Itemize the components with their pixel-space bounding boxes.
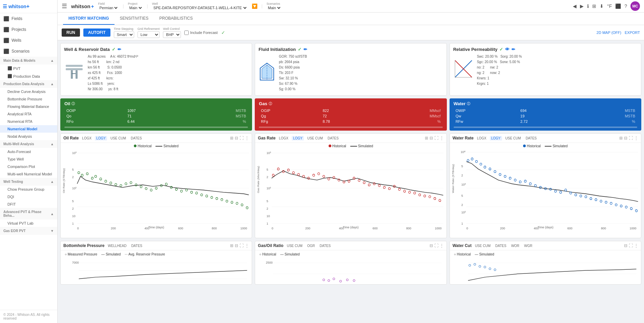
sidebar-item-wells[interactable]: ⬛ Wells [0,35,57,46]
sidebar-item-type-well[interactable]: Type Well [0,155,57,163]
oil-rate-usecum-btn[interactable]: USE CUM [109,136,127,140]
map-toggle-button[interactable]: 2D MAP (OFF) [597,31,621,35]
scenarios-selector[interactable]: Scenarios Main [267,2,282,10]
filter-icon[interactable]: 🔽 [252,3,257,9]
sidebar-item-analytical-rta[interactable]: Analytical RTA [0,110,57,118]
gas-info-icon[interactable]: ⓘ [269,101,272,106]
gas-chart-fullscreen-icon[interactable]: ⛶ [434,136,438,140]
gas-rate-logy-btn[interactable]: LOGY [292,136,304,140]
section-collapse-icon6[interactable]: ▼ [50,229,54,233]
rel-perm-edit-icon[interactable]: ✏ [512,47,515,52]
gor-ogr-btn[interactable]: OGR [306,244,316,248]
wcut-fullscreen-icon[interactable]: ⛶ [629,243,633,248]
autofit-button[interactable]: AUTOFIT [83,28,110,37]
project-selector[interactable]: Project Main [128,2,143,10]
oil-info-icon[interactable]: ⓘ [71,101,75,106]
water-rate-dates-btn[interactable]: DATES [524,136,538,140]
fluid-init-edit-icon[interactable]: ✏ [304,47,307,52]
gas-rate-logx-btn[interactable]: LOGX [277,136,290,140]
well-dropdown[interactable]: SPE-DATA-REPOSITORY-DATASET-1-WELL-4-KIT… [152,5,248,10]
water-rate-logy-btn[interactable]: LOGY [490,136,502,140]
scenarios-dropdown[interactable]: Main [267,5,282,10]
gas-chart-table-icon[interactable]: ⊟ [430,136,433,140]
export-button[interactable]: EXPORT [625,31,640,35]
bhp-fullscreen-icon[interactable]: ⛶ [240,243,244,248]
sidebar-item-pvt[interactable]: ⬛ PVT [0,64,57,72]
sidebar-item-projects[interactable]: ⬛ Projects [0,24,57,35]
gas-chart-menu-icon[interactable]: ⋮ [440,136,444,140]
tab-sensitivities[interactable]: SENSITIVITIES [115,13,154,25]
water-info-icon[interactable]: ⓘ [467,101,470,106]
sidebar-item-flowing[interactable]: Flowing Material Balance [0,103,57,110]
oil-chart-expand-icon[interactable]: ⊞ [230,136,233,140]
field-dropdown[interactable]: Permian [98,5,119,10]
oil-chart-menu-icon[interactable]: ⋮ [245,136,249,140]
sidebar-item-scenarios[interactable]: ⬛ Scenarios [0,46,57,57]
sidebar-item-numerical-model[interactable]: Numerical Model [0,125,57,133]
section-collapse-icon3[interactable]: ▲ [50,142,54,146]
project-dropdown[interactable]: Main [128,5,143,10]
wcut-table-icon[interactable]: ⊟ [624,243,627,248]
well-reservoir-edit-icon[interactable]: ✏ [118,47,121,52]
include-forecast-checkbox-label[interactable]: Include Forecast [184,31,217,35]
wcut-dates-btn[interactable]: DATES [494,244,508,248]
bhp-menu-icon[interactable]: ⋮ [245,243,249,248]
section-collapse-icon[interactable]: ▲ [50,59,54,62]
section-collapse-icon2[interactable]: ▲ [50,82,54,86]
help-icon[interactable]: ? [624,3,627,9]
time-stepping-select[interactable]: Smart [114,31,134,38]
bhp-dates-btn[interactable]: DATES [130,244,144,248]
sidebar-item-nodal[interactable]: Nodal Analysis [0,133,57,140]
well-selector[interactable]: Well SPE-DATA-REPOSITORY-DATASET-1-WELL-… [152,2,248,10]
water-rate-logx-btn[interactable]: LOGX [476,136,488,140]
gor-dates-btn[interactable]: DATES [318,244,332,248]
gas-rate-usecum-btn[interactable]: USE CUM [306,136,324,140]
water-chart-menu-icon[interactable]: ⋮ [634,136,638,140]
include-forecast-checkbox[interactable] [184,31,189,35]
gor-fullscreen-icon[interactable]: ⛶ [434,243,438,248]
grid-refinement-select[interactable]: Low [138,31,160,38]
sidebar-item-bottomhole[interactable]: Bottomhole Pressure [0,95,57,103]
water-chart-table-icon[interactable]: ⊟ [624,136,627,140]
sidebar-item-production-data[interactable]: ⬛ Production Data [0,72,57,80]
water-chart-expand-icon[interactable]: ⊞ [619,136,623,140]
gor-table-icon[interactable]: ⊟ [430,243,433,248]
rel-perm-eye-icon[interactable]: 👁 [505,47,510,52]
sidebar-item-multi-numerical[interactable]: Multi-well Numerical Model [0,170,57,178]
avatar[interactable]: MC [630,1,640,11]
gas-rate-dates-btn[interactable]: DATES [326,136,340,140]
wcut-menu-icon[interactable]: ⋮ [634,243,638,248]
wcut-wgr-btn[interactable]: WGR [523,244,534,248]
wcut-usecum-btn[interactable]: USE CUM [474,244,492,248]
sidebar-item-comparison[interactable]: Comparison Plot [0,163,57,170]
tab-probabilistics[interactable]: PROBABILISTICS [154,13,198,25]
sidebar-item-chow[interactable]: Chow Pressure Group [0,186,57,193]
bhp-table-icon[interactable]: ⊟ [235,243,238,248]
grid-icon[interactable]: ⊞ [592,3,596,9]
section-collapse-icon4[interactable]: ▲ [50,180,54,184]
well-control-select[interactable]: BHP [163,31,181,38]
run-button[interactable]: RUN [62,28,80,37]
oil-rate-dates-btn[interactable]: DATES [129,136,143,140]
menu-icon[interactable]: ☰ [62,2,67,10]
gor-menu-icon[interactable]: ⋮ [440,243,444,248]
oil-rate-logy-btn[interactable]: LOGY [95,136,107,140]
sidebar-item-decline[interactable]: Decline Curve Analysis [0,88,57,95]
wcut-wor-btn[interactable]: WOR [510,244,521,248]
temp-icon[interactable]: °F [607,3,612,9]
bhp-expand-icon[interactable]: ⊞ [230,243,233,248]
download-icon[interactable]: ⬇ [600,3,604,9]
gas-chart-expand-icon[interactable]: ⊞ [425,136,428,140]
sidebar-item-fields[interactable]: ⬛ Fields [0,13,57,24]
water-chart-fullscreen-icon[interactable]: ⛶ [629,136,633,140]
share-icon[interactable]: ⬛ [615,3,621,9]
oil-chart-table-icon[interactable]: ⊟ [235,136,238,140]
tab-history-matching[interactable]: HISTORY MATCHING [63,13,115,25]
water-rate-usecum-btn[interactable]: USE CUM [504,136,522,140]
section-collapse-icon5[interactable]: ▲ [50,212,54,216]
info-icon[interactable]: ℹ [587,3,589,9]
sidebar-item-virtual-pvt[interactable]: Virtual PVT Lab [0,220,57,227]
forward-icon[interactable]: ▶ [580,3,584,9]
oil-rate-logx-btn[interactable]: LOGX [81,136,93,140]
bhp-wellhead-btn[interactable]: WELLHEAD [106,244,128,248]
